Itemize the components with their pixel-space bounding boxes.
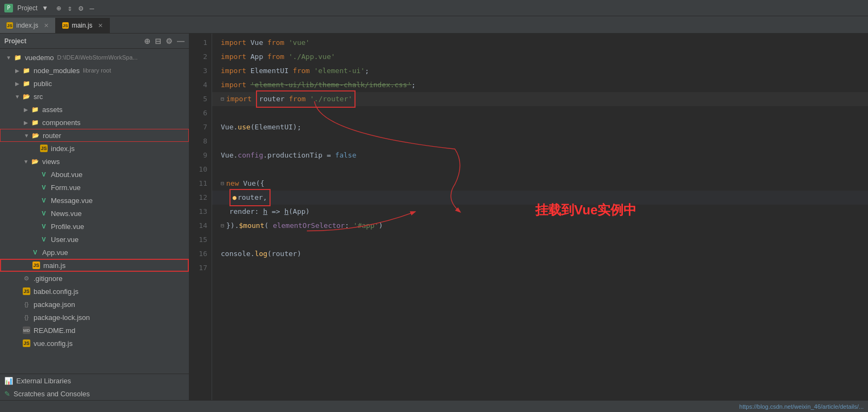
sidebar: Project ⊕ ⊟ ⚙ — ▼ 📁 vuedemo D:\IDEA\WebS… [0,34,189,400]
add-tab-button[interactable]: ⊕ [55,4,62,12]
js-icon-vue-config: JS [22,338,31,348]
expand-arrow-views[interactable]: ▼ [22,159,30,165]
code-editor: 1 2 3 4 5 6 7 8 9 10 11 12 13 14 15 16 1… [189,34,868,400]
tree-label-package-json: package.json [34,300,75,309]
vue-icon-form: V [39,182,49,192]
tab-main-js-label: main.js [72,22,93,29]
id-space-12 [221,191,229,205]
id-space-4 [246,78,251,92]
tree-label-form: Form.vue [51,184,81,192]
code-line-2: import App from './App.vue' [212,50,868,64]
folder-icon-views: 📂 [30,156,40,166]
vue-icon-profile: V [39,221,49,231]
tree-item-message[interactable]: ▶ V Message.vue [0,194,189,207]
tree-item-package-json[interactable]: ▶ {} package.json [0,298,189,311]
tree-item-router-index[interactable]: ▶ JS index.js [0,142,189,155]
sidebar-add-button[interactable]: ⊕ [144,37,150,45]
code-line-13: render: h => h (App) [212,205,868,219]
id-elementui-call: (ElementUI); [251,120,301,134]
tree-item-node-modules[interactable]: ▶ 📁 node_modules library root [0,64,189,77]
tree-item-vue-config[interactable]: ▶ JS vue.config.js [0,337,189,350]
scratches-consoles-item[interactable]: ✎ Scratches and Consoles [0,387,189,400]
str-hash-app: '#app' [353,219,379,233]
id-mount-paren: ( [264,219,273,233]
tree-label-router-index: index.js [51,145,75,153]
id-arrow: => [267,205,284,219]
tree-label-readme: README.md [34,326,75,335]
tree-item-public[interactable]: ▶ 📁 public [0,77,189,90]
split-button[interactable]: ⇕ [66,4,74,12]
tree-item-form[interactable]: ▶ V Form.vue [0,181,189,194]
id-console-log-router: (router) [267,247,301,261]
tree-item-profile[interactable]: ▶ V Profile.vue [0,220,189,233]
tree-item-gitignore[interactable]: ▶ ⚙ .gitignore [0,272,189,285]
str-element-ui: 'element-ui' [314,64,365,78]
tree-item-app-vue[interactable]: ▶ V App.vue [0,246,189,259]
tree-item-main-js[interactable]: ▶ JS main.js [0,259,189,272]
expand-arrow-router[interactable]: ▼ [22,133,31,139]
line-num-13: 13 [199,205,207,219]
tree-label-user: User.vue [51,236,78,244]
tab-index-js-close[interactable]: ✕ [44,22,49,29]
line-num-1: 1 [203,36,207,50]
tree-item-assets[interactable]: ▶ 📁 assets [0,103,189,116]
expand-arrow-assets[interactable]: ▶ [22,107,30,113]
tree-item-user[interactable]: ▶ V User.vue [0,233,189,246]
line-num-8: 8 [203,134,207,148]
js-icon-router-index: JS [39,143,49,153]
id-close-paren-14: ) [379,219,383,233]
tab-index-js[interactable]: JS index.js ✕ [0,18,56,33]
sidebar-collapse-button[interactable]: ⊟ [155,37,161,45]
str-router-path: './router' [310,92,352,106]
tree-item-readme[interactable]: ▶ MD README.md [0,324,189,337]
line-num-15: 15 [199,233,207,247]
expand-arrow-components[interactable]: ▶ [22,120,30,126]
tree-label-app-vue: App.vue [42,248,68,257]
tree-item-views[interactable]: ▼ 📂 views [0,155,189,168]
tab-main-js-close[interactable]: ✕ [98,22,103,29]
expand-arrow-src[interactable]: ▼ [13,94,22,100]
expand-arrow-public[interactable]: ▶ [13,81,22,87]
line-num-11: 11 [199,176,207,191]
tree-item-src[interactable]: ▼ 📂 src [0,90,189,103]
id-vue-config: Vue. [221,148,238,162]
tree-item-package-lock-json[interactable]: ▶ {} package-lock.json [0,311,189,324]
tree-item-vuedemo[interactable]: ▼ 📁 vuedemo D:\IDEA\WebStormWorkSpa... [0,51,189,64]
settings-button[interactable]: ⚙ [77,4,84,12]
tree-item-components[interactable]: ▶ 📁 components [0,116,189,129]
tree-item-about[interactable]: ▶ V About.vue [0,168,189,181]
line-num-10: 10 [199,162,207,176]
tree-label-gitignore: .gitignore [34,274,62,283]
bottom-bar: https://blog.csdn.net/weixin_46/article/… [0,400,868,412]
line-num-9: 9 [203,148,207,162]
code-line-9: Vue. config .productionTip = false [212,148,868,162]
punct-semicolon-3: ; [365,64,369,78]
expand-arrow-vuedemo[interactable]: ▼ [4,55,13,61]
external-libraries-item[interactable]: 📊 External Libraries [0,374,189,387]
folder-icon-src: 📂 [22,91,31,101]
sidebar-minimize-button[interactable]: — [177,37,185,45]
id-app: App [246,50,267,64]
tree-label-vuedemo: vuedemo [25,54,54,62]
minimize-button[interactable]: — [88,4,96,12]
tree-item-babel-config[interactable]: ▶ JS babel.config.js [0,285,189,298]
code-line-15 [212,233,868,247]
fn-mount: $mount [239,219,265,233]
expand-arrow-node-modules[interactable]: ▶ [13,68,22,74]
title-dropdown-icon[interactable]: ▼ [42,4,48,12]
code-line-12: ● router, [212,191,868,205]
tree-item-router[interactable]: ▼ 📂 router [0,129,189,142]
id-space-1 [284,36,288,50]
tree-label-router: router [43,132,61,140]
sidebar-settings-button[interactable]: ⚙ [166,37,173,45]
sidebar-header: Project ⊕ ⊟ ⚙ — [0,34,189,49]
line-num-6: 6 [203,106,207,120]
tab-main-js[interactable]: JS main.js ✕ [56,18,110,33]
code-content[interactable]: import Vue from 'vue' import App from '.… [212,34,868,400]
tree-item-news[interactable]: ▶ V News.vue [0,207,189,220]
id-false: false [335,148,356,162]
fn-use: use [238,120,250,134]
tree-label-vue-config: vue.config.js [34,339,73,348]
id-app-call: (App) [288,205,310,219]
json-icon-package: {} [22,299,31,309]
